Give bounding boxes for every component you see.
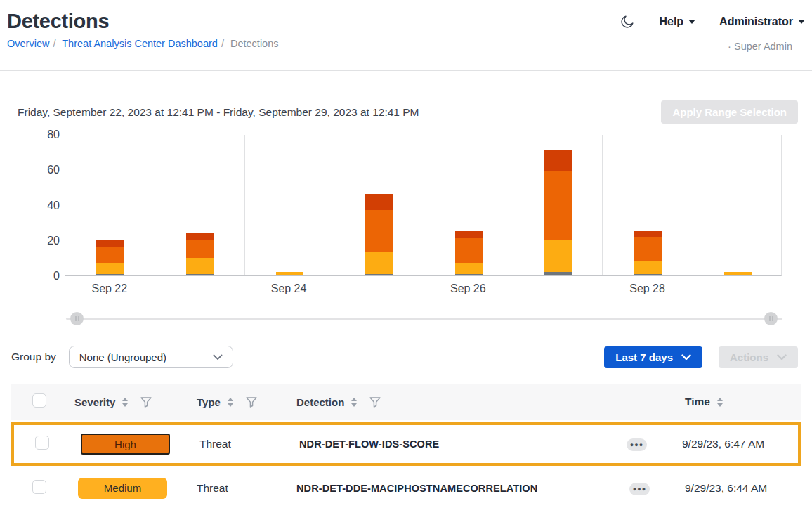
chevron-down-icon xyxy=(213,354,223,360)
filter-icon[interactable] xyxy=(369,397,381,408)
bar-segment-medium xyxy=(276,272,303,275)
bar-segment-high xyxy=(186,240,214,258)
chart-bar-sep-23[interactable] xyxy=(186,233,214,275)
bar-segment-low xyxy=(455,274,483,276)
filter-icon[interactable] xyxy=(246,397,257,408)
x-tick-label: Sep 22 xyxy=(67,282,152,295)
chart-gridline xyxy=(244,135,245,275)
bar-segment-medium xyxy=(186,258,214,274)
detection-cell: NDR-DET-DDE-MACIPHOSTNAMECORRELATION xyxy=(296,483,629,494)
filter-icon[interactable] xyxy=(140,397,152,408)
chart-bar-sep-26[interactable] xyxy=(455,231,483,275)
time-range-slider xyxy=(11,312,801,326)
x-tick-label: Sep 28 xyxy=(605,282,690,295)
y-tick-label: 0 xyxy=(25,270,60,282)
chart-bar-sep-27[interactable] xyxy=(544,150,572,275)
chart-bar-sep-25[interactable] xyxy=(365,194,393,275)
bar-segment-critical xyxy=(544,150,572,171)
chart-gridline xyxy=(424,135,424,275)
bar-segment-high xyxy=(544,171,572,240)
help-menu-label: Help xyxy=(659,15,683,28)
column-header-time[interactable]: Time xyxy=(679,396,801,408)
chart-bar-sep-29[interactable] xyxy=(724,272,752,275)
x-tick-label: Sep 24 xyxy=(247,282,331,295)
date-toolbar: Friday, September 22, 2023 at 12:41 PM -… xyxy=(18,100,798,124)
bar-segment-medium xyxy=(365,252,393,273)
column-header-detection[interactable]: Detection xyxy=(296,396,629,408)
actions-dropdown-button[interactable]: Actions xyxy=(719,346,798,368)
x-tick-label: Sep 26 xyxy=(426,282,510,295)
chevron-down-icon xyxy=(688,20,695,24)
bar-segment-low xyxy=(634,274,662,276)
bar-segment-critical xyxy=(365,194,393,210)
dark-mode-moon-icon[interactable] xyxy=(620,14,635,30)
bar-segment-low xyxy=(365,274,393,276)
sort-icon[interactable] xyxy=(351,398,357,407)
chart-bar-sep-24[interactable] xyxy=(276,272,303,275)
chart-plot-area[interactable] xyxy=(65,135,782,276)
bar-segment-medium xyxy=(634,261,662,274)
bar-segment-critical xyxy=(186,233,214,240)
bar-segment-high xyxy=(365,210,393,252)
y-tick-label: 60 xyxy=(25,164,60,176)
bar-segment-low xyxy=(186,274,214,276)
sort-icon[interactable] xyxy=(717,398,723,407)
breadcrumb-separator: / xyxy=(53,38,55,49)
user-role-label: · Super Admin xyxy=(728,41,792,52)
date-range-text: Friday, September 22, 2023 at 12:41 PM -… xyxy=(18,106,419,119)
table-row[interactable]: Medium Threat NDR-DET-DDE-MACIPHOSTNAMEC… xyxy=(11,468,801,508)
breadcrumb-tac-dashboard[interactable]: Threat Analysis Center Dashboard xyxy=(62,38,218,49)
chevron-down-icon xyxy=(681,354,691,360)
breadcrumb-current: Detections xyxy=(230,38,279,49)
bar-segment-medium xyxy=(96,263,124,273)
detections-table: Severity Type Detection Time High Threat… xyxy=(11,384,801,508)
user-menu[interactable]: Administrator xyxy=(719,15,805,28)
time-cell: 9/29/23, 6:44 AM xyxy=(679,482,801,495)
group-by-select[interactable]: None (Ungrouped) xyxy=(69,346,233,368)
y-tick-label: 40 xyxy=(25,200,60,212)
row-checkbox[interactable] xyxy=(35,436,49,450)
bar-segment-high xyxy=(455,238,483,263)
column-header-type[interactable]: Type xyxy=(197,396,296,408)
page-header: Detections Overview/ Threat Analysis Cen… xyxy=(0,0,812,71)
column-header-severity[interactable]: Severity xyxy=(74,396,197,408)
time-range-label: Last 7 days xyxy=(615,351,673,363)
time-cell: 9/29/23, 6:47 AM xyxy=(676,438,798,450)
detection-cell: NDR-DET-FLOW-IDS-SCORE xyxy=(299,438,627,450)
slider-track[interactable] xyxy=(66,318,782,320)
select-all-checkbox[interactable] xyxy=(32,393,46,408)
row-checkbox[interactable] xyxy=(32,480,46,494)
row-actions-ellipsis-button[interactable]: ●●● xyxy=(627,438,647,451)
time-range-dropdown-button[interactable]: Last 7 days xyxy=(604,346,702,368)
sort-icon[interactable] xyxy=(228,398,233,407)
bar-segment-low xyxy=(544,272,572,275)
table-header-row: Severity Type Detection Time xyxy=(11,384,801,420)
chart-gridline xyxy=(602,135,603,275)
table-row-selected[interactable]: High Threat NDR-DET-FLOW-IDS-SCORE ●●● 9… xyxy=(11,422,801,466)
row-actions-ellipsis-button[interactable]: ●●● xyxy=(629,483,650,495)
bar-segment-critical xyxy=(634,231,662,237)
bar-segment-high xyxy=(96,247,124,263)
user-menu-label: Administrator xyxy=(719,15,793,28)
type-cell: Threat xyxy=(199,438,299,450)
slider-handle-left[interactable] xyxy=(70,312,84,325)
severity-badge-medium: Medium xyxy=(78,478,167,499)
actions-label: Actions xyxy=(730,351,768,363)
chart-bar-sep-22[interactable] xyxy=(96,240,124,275)
bar-segment-critical xyxy=(455,231,483,238)
controls-row: Group by None (Ungrouped) Last 7 days Ac… xyxy=(11,346,798,368)
severity-badge-high: High xyxy=(81,434,170,455)
bar-segment-medium xyxy=(455,263,483,273)
sort-icon[interactable] xyxy=(122,398,128,407)
group-by-value: None (Ungrouped) xyxy=(79,351,166,363)
type-cell: Threat xyxy=(197,482,296,495)
bar-segment-medium xyxy=(544,240,572,272)
chart-bar-sep-28[interactable] xyxy=(634,231,662,275)
breadcrumb-overview[interactable]: Overview xyxy=(7,38,49,49)
slider-handle-right[interactable] xyxy=(764,312,778,325)
bar-segment-critical xyxy=(96,240,124,247)
chevron-down-icon xyxy=(777,354,787,360)
help-menu[interactable]: Help xyxy=(659,15,695,28)
apply-range-selection-button[interactable]: Apply Range Selection xyxy=(661,100,798,124)
y-tick-label: 20 xyxy=(25,235,60,247)
